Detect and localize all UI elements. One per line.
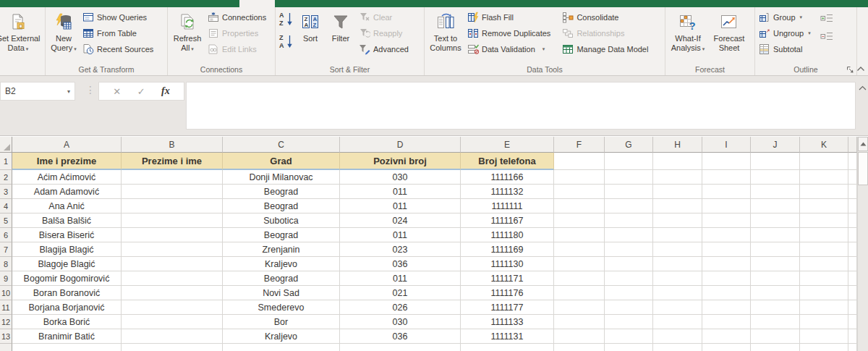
cell-A4[interactable]: Ana Anić bbox=[12, 199, 122, 213]
column-header-E[interactable]: E bbox=[461, 137, 554, 153]
select-all-corner[interactable] bbox=[0, 137, 12, 153]
subtotal-button[interactable]: Subtotal bbox=[757, 42, 813, 56]
column-header-I[interactable]: I bbox=[702, 137, 751, 153]
cell-partial-12[interactable] bbox=[848, 315, 857, 329]
cell-A12[interactable]: Borka Borić bbox=[12, 315, 122, 329]
cell-E4[interactable]: 1111111 bbox=[461, 199, 554, 213]
cell-G12[interactable] bbox=[605, 315, 653, 329]
cell-E1[interactable]: Broj telefona bbox=[461, 153, 554, 170]
cell-partial-13[interactable] bbox=[848, 329, 857, 344]
cell-G1[interactable] bbox=[605, 153, 653, 170]
cell-K10[interactable] bbox=[800, 286, 848, 300]
cell-B3[interactable] bbox=[122, 185, 223, 199]
cell-F6[interactable] bbox=[554, 228, 605, 242]
cell-J2[interactable] bbox=[751, 170, 800, 185]
scroll-up-button[interactable] bbox=[858, 137, 868, 151]
row-header-10[interactable]: 10 bbox=[0, 286, 12, 300]
cell-D-partial[interactable] bbox=[340, 344, 461, 351]
cell-F12[interactable] bbox=[554, 315, 605, 329]
cell-E3[interactable]: 1111132 bbox=[461, 185, 554, 199]
clear-filter-button[interactable]: Clear bbox=[357, 10, 411, 24]
cell-partial-10[interactable] bbox=[848, 286, 857, 300]
cell-A-partial[interactable] bbox=[12, 344, 122, 351]
cell-D5[interactable]: 024 bbox=[340, 213, 461, 228]
from-table-button[interactable]: From Table bbox=[80, 26, 156, 40]
flash-fill-button[interactable]: Flash Fill bbox=[465, 10, 553, 24]
cell-A7[interactable]: Blagija Blagić bbox=[12, 242, 122, 257]
cell-E10[interactable]: 1111176 bbox=[461, 286, 554, 300]
cell-C13[interactable]: Kraljevo bbox=[223, 329, 340, 344]
cell-E-partial[interactable] bbox=[461, 344, 554, 351]
column-header-B[interactable]: B bbox=[122, 137, 223, 153]
cell-D11[interactable]: 026 bbox=[340, 300, 461, 315]
cell-D3[interactable]: 011 bbox=[340, 185, 461, 199]
cell-B-partial[interactable] bbox=[122, 344, 223, 351]
cell-J13[interactable] bbox=[751, 329, 800, 344]
cell-D4[interactable]: 011 bbox=[340, 199, 461, 213]
cell-F-partial[interactable] bbox=[554, 344, 605, 351]
cell-C6[interactable]: Beograd bbox=[223, 228, 340, 242]
cell-F11[interactable] bbox=[554, 300, 605, 315]
cell-G8[interactable] bbox=[605, 257, 653, 271]
cell-A13[interactable]: Branimir Batić bbox=[12, 329, 122, 344]
cell-J1[interactable] bbox=[751, 153, 800, 170]
advanced-filter-button[interactable]: Advanced bbox=[357, 42, 411, 56]
cell-H1[interactable] bbox=[653, 153, 702, 170]
cell-B6[interactable] bbox=[122, 228, 223, 242]
cell-F4[interactable] bbox=[554, 199, 605, 213]
cell-J3[interactable] bbox=[751, 185, 800, 199]
column-header-partial[interactable] bbox=[848, 137, 857, 153]
collapse-ribbon-icon[interactable] bbox=[856, 66, 865, 72]
cell-G4[interactable] bbox=[605, 199, 653, 213]
cell-partial-11[interactable] bbox=[848, 300, 857, 315]
cell-B13[interactable] bbox=[122, 329, 223, 344]
cell-I6[interactable] bbox=[702, 228, 751, 242]
cell-partial-6[interactable] bbox=[848, 228, 857, 242]
forecast-sheet-button[interactable]: Forecast Sheet bbox=[709, 9, 749, 65]
row-header-partial[interactable] bbox=[0, 344, 12, 351]
cell-I5[interactable] bbox=[702, 213, 751, 228]
cell-F2[interactable] bbox=[554, 170, 605, 185]
cell-G3[interactable] bbox=[605, 185, 653, 199]
cell-I3[interactable] bbox=[702, 185, 751, 199]
formula-input[interactable] bbox=[186, 82, 856, 130]
row-header-8[interactable]: 8 bbox=[0, 257, 12, 271]
cell-K11[interactable] bbox=[800, 300, 848, 315]
cell-partial-8[interactable] bbox=[848, 257, 857, 271]
edit-links-button[interactable]: Edit Links bbox=[205, 42, 268, 56]
cell-H11[interactable] bbox=[653, 300, 702, 315]
cell-E5[interactable]: 1111167 bbox=[461, 213, 554, 228]
cell-partial-5[interactable] bbox=[848, 213, 857, 228]
connections-button[interactable]: Connections bbox=[205, 10, 268, 24]
cell-K13[interactable] bbox=[800, 329, 848, 344]
row-header-11[interactable]: 11 bbox=[0, 300, 12, 315]
cell-K-partial[interactable] bbox=[800, 344, 848, 351]
cell-A10[interactable]: Boran Boranović bbox=[12, 286, 122, 300]
cell-I10[interactable] bbox=[702, 286, 751, 300]
hide-detail-button[interactable] bbox=[817, 28, 836, 44]
cell-G13[interactable] bbox=[605, 329, 653, 344]
cell-D1[interactable]: Pozivni broj bbox=[340, 153, 461, 170]
group-button[interactable]: Group ▾ bbox=[757, 10, 813, 24]
cell-D7[interactable]: 023 bbox=[340, 242, 461, 257]
cell-H12[interactable] bbox=[653, 315, 702, 329]
cell-J9[interactable] bbox=[751, 271, 800, 286]
cell-J7[interactable] bbox=[751, 242, 800, 257]
manage-data-model-button[interactable]: Manage Data Model bbox=[560, 42, 650, 56]
cell-B1[interactable]: Prezime i ime bbox=[122, 153, 223, 170]
cell-G5[interactable] bbox=[605, 213, 653, 228]
cell-C8[interactable]: Kraljevo bbox=[223, 257, 340, 271]
cell-J5[interactable] bbox=[751, 213, 800, 228]
vertical-scrollbar[interactable] bbox=[857, 137, 868, 351]
cell-E8[interactable]: 1111130 bbox=[461, 257, 554, 271]
column-header-F[interactable]: F bbox=[554, 137, 605, 153]
cell-E9[interactable]: 1111171 bbox=[461, 271, 554, 286]
cell-I11[interactable] bbox=[702, 300, 751, 315]
cell-D9[interactable]: 011 bbox=[340, 271, 461, 286]
cell-partial-7[interactable] bbox=[848, 242, 857, 257]
cell-D12[interactable]: 030 bbox=[340, 315, 461, 329]
cell-partial-2[interactable] bbox=[848, 170, 857, 185]
cell-E11[interactable]: 1111177 bbox=[461, 300, 554, 315]
cell-H13[interactable] bbox=[653, 329, 702, 344]
row-header-3[interactable]: 3 bbox=[0, 185, 12, 199]
